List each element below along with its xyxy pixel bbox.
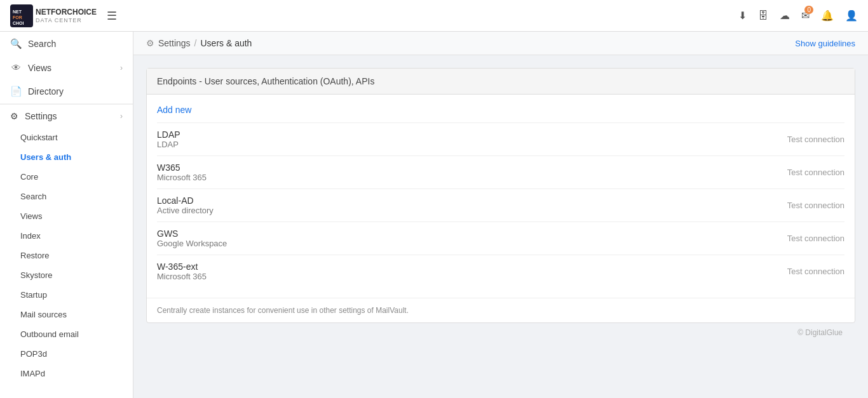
sidebar-item-search[interactable]: Search bbox=[0, 187, 133, 206]
sidebar-item-core[interactable]: Core bbox=[0, 167, 133, 187]
endpoint-info-w365: W365 Microsoft 365 bbox=[157, 163, 787, 182]
endpoint-desc-ldap: LDAP bbox=[157, 140, 787, 149]
endpoint-desc-w365ext: Microsoft 365 bbox=[157, 272, 787, 281]
endpoint-name-w365[interactable]: W365 bbox=[157, 163, 787, 173]
endpoint-desc-local-ad: Active directory bbox=[157, 206, 787, 215]
endpoint-name-local-ad[interactable]: Local-AD bbox=[157, 196, 787, 206]
user-icon[interactable]: 👤 bbox=[845, 10, 858, 22]
mail-badge: 0 bbox=[804, 6, 813, 14]
views-chevron-icon: › bbox=[120, 63, 123, 72]
endpoint-desc-w365: Microsoft 365 bbox=[157, 173, 787, 182]
test-connection-local-ad[interactable]: Test connection bbox=[787, 201, 844, 210]
sidebar-item-users-auth[interactable]: Users & auth bbox=[0, 147, 133, 167]
sidebar-item-directory-label: Directory bbox=[28, 86, 64, 96]
card-body: Add new LDAP LDAP Test connection bbox=[147, 95, 855, 298]
search-icon: 🔍 bbox=[10, 38, 22, 50]
endpoint-row-w365: W365 Microsoft 365 Test connection bbox=[157, 156, 844, 189]
download-icon[interactable]: ⬇ bbox=[738, 10, 747, 22]
sidebar-item-directory[interactable]: 📄 Directory bbox=[0, 79, 133, 103]
sidebar-item-pop3d[interactable]: POP3d bbox=[0, 344, 133, 364]
endpoints-card: Endpoints - User sources, Authentication… bbox=[146, 68, 855, 323]
card-area: Endpoints - User sources, Authentication… bbox=[133, 55, 868, 355]
sidebar-item-search-label: Search bbox=[28, 39, 56, 49]
endpoint-info-local-ad: Local-AD Active directory bbox=[157, 196, 787, 215]
settings-icon: ⚙ bbox=[10, 111, 18, 121]
directory-icon: 📄 bbox=[10, 86, 22, 97]
svg-text:FOR: FOR bbox=[13, 15, 22, 20]
layout: 🔍 Search 👁 Views › 📄 Directory ⚙ Setting… bbox=[0, 32, 868, 398]
settings-chevron-icon: › bbox=[120, 112, 123, 121]
svg-text:CHOI: CHOI bbox=[13, 21, 24, 25]
sidebar-item-restore[interactable]: Restore bbox=[0, 246, 133, 265]
views-icon: 👁 bbox=[10, 62, 22, 73]
breadcrumb-settings[interactable]: Settings bbox=[158, 38, 191, 48]
hamburger-menu[interactable]: ☰ bbox=[107, 9, 117, 23]
endpoint-name-ldap[interactable]: LDAP bbox=[157, 129, 787, 140]
settings-sub-menu: Quickstart Users & auth Core Search View… bbox=[0, 128, 133, 383]
endpoint-row-ldap: LDAP LDAP Test connection bbox=[157, 123, 844, 156]
endpoint-desc-gws: Google Workspace bbox=[157, 239, 787, 248]
logo-image: NET FOR CHOI bbox=[10, 4, 33, 27]
add-new-link[interactable]: Add new bbox=[157, 105, 191, 115]
settings-group: ⚙ Settings › Quickstart Users & auth Cor… bbox=[0, 104, 133, 383]
sidebar-top-items: 🔍 Search 👁 Views › 📄 Directory bbox=[0, 32, 133, 104]
mail-icon[interactable]: ✉ 0 bbox=[801, 10, 810, 22]
sidebar-item-views-label: Views bbox=[28, 63, 51, 73]
database-icon[interactable]: 🗄 bbox=[758, 10, 768, 22]
navbar: NET FOR CHOI NETFORCHOICE DATA CENTER ☰ … bbox=[0, 0, 868, 32]
brand-name: NETFORCHOICE bbox=[36, 8, 97, 17]
card-header: Endpoints - User sources, Authentication… bbox=[147, 69, 855, 95]
breadcrumb-current: Users & auth bbox=[200, 38, 252, 48]
sidebar-item-skystore[interactable]: Skystore bbox=[0, 265, 133, 285]
brand-subtitle: DATA CENTER bbox=[36, 17, 97, 23]
sidebar-item-imapd[interactable]: IMAPd bbox=[0, 364, 133, 383]
test-connection-w365[interactable]: Test connection bbox=[787, 168, 844, 177]
breadcrumb: ⚙ Settings / Users & auth bbox=[146, 38, 252, 48]
logo: NET FOR CHOI NETFORCHOICE DATA CENTER bbox=[10, 4, 97, 27]
breadcrumb-settings-icon: ⚙ bbox=[146, 38, 154, 48]
sidebar-item-views[interactable]: 👁 Views › bbox=[0, 56, 133, 79]
navbar-left: NET FOR CHOI NETFORCHOICE DATA CENTER ☰ bbox=[10, 4, 117, 27]
brand-text: NETFORCHOICE DATA CENTER bbox=[36, 8, 97, 23]
svg-text:NET: NET bbox=[13, 10, 22, 14]
page-footer: © DigitalGlue bbox=[146, 323, 855, 342]
test-connection-gws[interactable]: Test connection bbox=[787, 234, 844, 243]
test-connection-ldap[interactable]: Test connection bbox=[787, 135, 844, 144]
sidebar-item-search[interactable]: 🔍 Search bbox=[0, 32, 133, 56]
settings-header[interactable]: ⚙ Settings › bbox=[0, 105, 133, 128]
endpoints-list: LDAP LDAP Test connection W365 Microsoft… bbox=[157, 123, 844, 288]
bell-icon[interactable]: 🔔 bbox=[821, 10, 834, 22]
main-content: ⚙ Settings / Users & auth Show guideline… bbox=[133, 32, 868, 398]
endpoint-info-w365ext: W-365-ext Microsoft 365 bbox=[157, 262, 787, 281]
endpoint-row-gws: GWS Google Workspace Test connection bbox=[157, 222, 844, 255]
settings-label: Settings bbox=[25, 111, 57, 121]
sidebar-item-mail-sources[interactable]: Mail sources bbox=[0, 305, 133, 324]
cloud-icon[interactable]: ☁ bbox=[780, 10, 790, 22]
sidebar-item-index[interactable]: Index bbox=[0, 226, 133, 246]
sidebar-item-views[interactable]: Views bbox=[0, 206, 133, 226]
endpoint-info-ldap: LDAP LDAP bbox=[157, 129, 787, 149]
sidebar-item-startup[interactable]: Startup bbox=[0, 285, 133, 305]
endpoint-name-gws[interactable]: GWS bbox=[157, 229, 787, 239]
card-footer: Centrally create instances for convenien… bbox=[147, 298, 855, 322]
show-guidelines-link[interactable]: Show guidelines bbox=[795, 39, 855, 48]
endpoint-info-gws: GWS Google Workspace bbox=[157, 229, 787, 248]
sidebar: 🔍 Search 👁 Views › 📄 Directory ⚙ Setting… bbox=[0, 32, 133, 398]
navbar-right: ⬇ 🗄 ☁ ✉ 0 🔔 👤 bbox=[738, 10, 858, 22]
endpoint-row-local-ad: Local-AD Active directory Test connectio… bbox=[157, 189, 844, 222]
sidebar-item-quickstart[interactable]: Quickstart bbox=[0, 128, 133, 147]
endpoint-name-w365ext[interactable]: W-365-ext bbox=[157, 262, 787, 272]
test-connection-w365ext[interactable]: Test connection bbox=[787, 267, 844, 276]
sidebar-item-outbound-email[interactable]: Outbound email bbox=[0, 324, 133, 344]
breadcrumb-bar: ⚙ Settings / Users & auth Show guideline… bbox=[133, 32, 868, 55]
endpoint-row-w365ext: W-365-ext Microsoft 365 Test connection bbox=[157, 255, 844, 288]
breadcrumb-separator: / bbox=[194, 38, 197, 48]
